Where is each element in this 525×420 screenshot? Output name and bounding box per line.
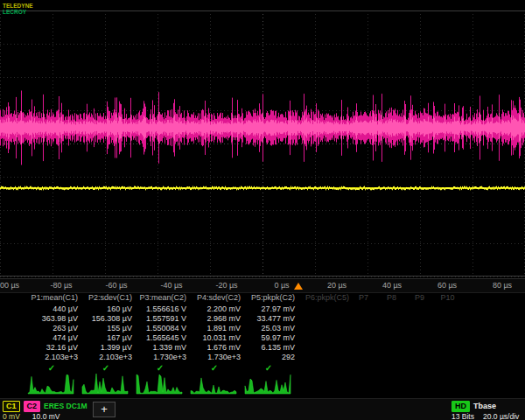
c1-offset-value: 0 mV <box>3 412 20 420</box>
tbase-label: Tbase <box>473 402 496 410</box>
param-value: 59.97 mV <box>242 333 296 343</box>
c2-channel-chip[interactable]: C2 <box>24 401 41 412</box>
param-value: 2.103e+3 <box>79 353 133 362</box>
param-header-p3[interactable]: P3:mean(C2) <box>133 293 187 304</box>
brand-line1: TELEDYNE <box>3 3 33 9</box>
param-value: 1.676 mV <box>187 343 242 353</box>
timebase-descriptor[interactable]: HD Tbase 13 Bits 20.0 µs/div <box>452 401 525 420</box>
param-value: 1.399 µV <box>79 343 133 353</box>
param-value: 1.556616 V <box>133 304 187 314</box>
time-label: 20 µs <box>327 281 346 290</box>
param-value: 292 <box>242 353 296 362</box>
add-trace-crosshair-icon[interactable]: + <box>93 402 116 417</box>
channel-descriptors: C1 C2 ERES DC1M 0 mV 10.0 mV <box>3 401 88 420</box>
time-label: -40 µs <box>160 281 182 290</box>
histicons[interactable] <box>0 371 525 397</box>
stat-row-num: 2.103e+3 2.103e+3 1.730e+3 1.730e+3 292 <box>0 353 525 362</box>
param-value: 167 µV <box>79 333 133 343</box>
param-value: 2.968 mV <box>187 314 242 324</box>
param-header-p5[interactable]: P5:pkpk(C2) <box>242 293 296 304</box>
param-value: 440 µV <box>24 304 79 314</box>
time-label: 60 µs <box>438 281 457 290</box>
param-value: 6.135 mV <box>242 343 296 353</box>
brand-line2: LECROY <box>3 9 33 15</box>
param-header-p6[interactable]: P6:pkpk(C5) <box>296 293 350 304</box>
param-value: 1.557591 V <box>133 314 187 324</box>
measure-table: P1:mean(C1) P2:sdev(C1) P3:mean(C2) P4:s… <box>0 292 525 374</box>
stat-row-max: 474 µV 167 µV 1.565645 V 10.031 mV 59.97… <box>0 333 525 343</box>
hd-mode-chip[interactable]: HD <box>452 401 470 412</box>
brand-watermark: TELEDYNE LECROY <box>3 3 33 15</box>
time-label: -20 µs <box>215 281 237 290</box>
measure-header-row: P1:mean(C1) P2:sdev(C1) P3:mean(C2) P4:s… <box>0 293 525 304</box>
time-label: 40 µs <box>382 281 402 290</box>
param-value: 1.565645 V <box>133 333 187 343</box>
c1-vdiv-value: 10.0 mV <box>32 412 60 420</box>
param-value: 1.339 mV <box>133 343 187 353</box>
time-label: 80 µs <box>493 281 512 290</box>
stat-row-mean: 363.98 µV 156.308 µV 1.557591 V 2.968 mV… <box>0 314 525 324</box>
param-value: 1.730e+3 <box>133 353 187 362</box>
param-header-p10[interactable]: P10 <box>434 293 462 304</box>
param-value: 1.730e+3 <box>187 353 242 362</box>
eres-coupling-label[interactable]: ERES DC1M <box>44 402 88 410</box>
param-value: 27.97 mV <box>242 304 296 314</box>
time-label: -60 µs <box>105 281 127 290</box>
time-axis: -100 µs -80 µs -60 µs -40 µs -20 µs 0 µs… <box>0 278 525 292</box>
waveform-svg[interactable] <box>0 0 525 278</box>
trigger-position-marker[interactable] <box>294 283 303 290</box>
param-value: 25.03 mV <box>242 324 296 333</box>
stat-row-sdev: 32.16 µV 1.399 µV 1.339 mV 1.676 mV 6.13… <box>0 343 525 353</box>
time-label: -80 µs <box>50 281 72 290</box>
param-value: 155 µV <box>79 324 133 333</box>
param-value: 1.550084 V <box>133 324 187 333</box>
c1-channel-chip[interactable]: C1 <box>3 401 20 412</box>
param-header-p4[interactable]: P4:sdev(C2) <box>187 293 242 304</box>
param-value: 32.16 µV <box>24 343 79 353</box>
tbase-tdiv-value: 20.0 µs/div <box>483 412 519 420</box>
param-value: 2.200 mV <box>187 304 242 314</box>
stat-row-min: 263 µV 155 µV 1.550084 V 1.891 mV 25.03 … <box>0 324 525 333</box>
stat-row-value: 440 µV 160 µV 1.556616 V 2.200 mV 27.97 … <box>0 304 525 314</box>
param-value: 474 µV <box>24 333 79 343</box>
header-spacer <box>0 293 24 304</box>
time-label: -100 µs <box>0 281 19 290</box>
param-value: 33.477 mV <box>242 314 296 324</box>
time-label-zero: 0 µs <box>274 281 289 290</box>
param-header-p9[interactable]: P9 <box>406 293 434 304</box>
param-value: 363.98 µV <box>24 314 79 324</box>
bottom-bar: C1 C2 ERES DC1M 0 mV 10.0 mV + HD Tbase … <box>0 398 525 420</box>
param-header-p1[interactable]: P1:mean(C1) <box>24 293 79 304</box>
param-value: 10.031 mV <box>187 333 242 343</box>
param-header-p2[interactable]: P2:sdev(C1) <box>79 293 133 304</box>
param-value: 263 µV <box>24 324 79 333</box>
param-value: 2.103e+3 <box>24 353 79 362</box>
param-value: 156.308 µV <box>79 314 133 324</box>
tbase-bits-value: 13 Bits <box>452 412 474 420</box>
waveform-display[interactable]: TELEDYNE LECROY <box>0 0 525 278</box>
param-value: 1.891 mV <box>187 324 242 333</box>
param-header-p8[interactable]: P8 <box>378 293 406 304</box>
param-value: 160 µV <box>79 304 133 314</box>
param-header-p7[interactable]: P7 <box>350 293 378 304</box>
